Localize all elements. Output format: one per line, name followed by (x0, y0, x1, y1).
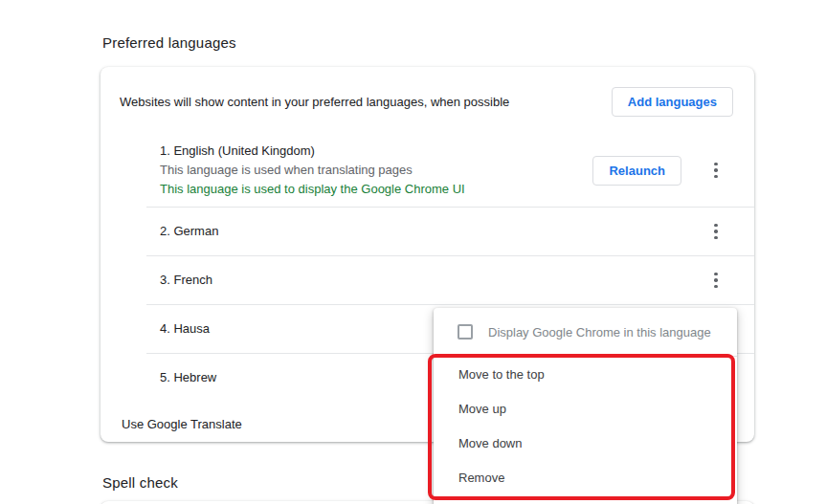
language-row-german: 2. German (100, 208, 754, 255)
language-label-hebrew: 5. Hebrew (160, 368, 216, 387)
add-languages-button[interactable]: Add languages (612, 87, 733, 117)
more-actions-icon[interactable] (706, 159, 726, 182)
section-heading-spell-check: Spell check (102, 474, 178, 491)
checkbox-unchecked-icon[interactable] (458, 324, 473, 340)
language-translate-note: This language is used when translating p… (160, 161, 465, 180)
menu-item-move-to-top[interactable]: Move to the top (434, 357, 737, 391)
language-row-french: 3. French (100, 256, 754, 304)
language-label-english: 1. English (United Kingdom) (160, 142, 465, 161)
languages-card-header: Websites will show content in your prefe… (100, 67, 754, 128)
more-actions-icon[interactable] (706, 220, 726, 243)
menu-item-remove[interactable]: Remove (434, 460, 737, 494)
languages-description: Websites will show content in your prefe… (120, 95, 509, 109)
language-label-french: 3. French (160, 271, 212, 290)
language-row-english: 1. English (United Kingdom) This languag… (100, 128, 754, 207)
chrome-settings-languages-page: Preferred languages Websites will show c… (0, 0, 826, 504)
language-texts: 1. English (United Kingdom) This languag… (160, 142, 465, 199)
language-label-german: 2. German (160, 222, 218, 241)
menu-item-move-up[interactable]: Move up (434, 391, 737, 426)
display-chrome-language-option[interactable]: Display Google Chrome in this language (434, 308, 737, 356)
english-row-controls: Relaunch (592, 156, 726, 186)
language-options-menu: Display Google Chrome in this language M… (434, 308, 737, 504)
language-label-hausa: 4. Hausa (160, 319, 210, 339)
language-ui-note: This language is used to display the Goo… (160, 180, 465, 199)
menu-item-move-down[interactable]: Move down (434, 426, 737, 460)
checkbox-label: Display Google Chrome in this language (488, 325, 711, 340)
more-actions-icon[interactable] (706, 269, 726, 292)
section-heading-preferred-languages: Preferred languages (102, 34, 236, 51)
relaunch-button[interactable]: Relaunch (592, 156, 681, 186)
